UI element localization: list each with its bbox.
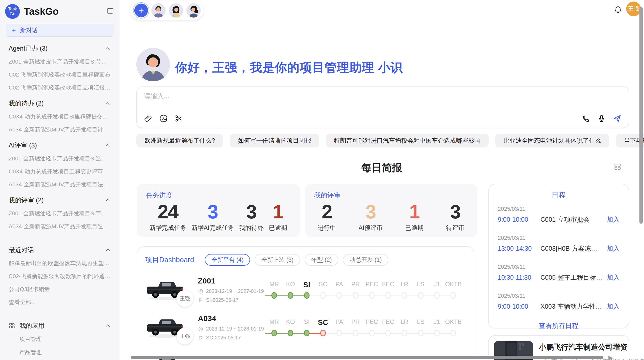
chat-input[interactable] <box>144 92 622 100</box>
new-chat-button[interactable]: ＋ 新对话 <box>6 24 114 37</box>
agent-avatar[interactable] <box>186 3 201 18</box>
dashboard-filter-chip[interactable]: 全新平台 (4) <box>205 254 250 266</box>
project-flag: SC-2025-05-17 <box>198 335 266 341</box>
schedule-panel: 日程 2025/03/119:00-10:00C001-立项审批会加入2025/… <box>488 184 629 328</box>
chevron-up-icon <box>105 197 111 203</box>
stat-value: 1 <box>405 201 423 223</box>
join-meeting-link[interactable]: 加入 <box>607 273 620 282</box>
horizontal-scrollbar[interactable] <box>131 356 603 359</box>
milestone-dot <box>385 330 391 336</box>
milestone-dot <box>288 292 293 299</box>
milestone-label: LS <box>413 318 429 325</box>
sidebar-item[interactable]: Z001-全新燃油轻卡产品开发项目SI节点属性5D文件评审 <box>9 210 111 217</box>
milestone-dot-col <box>429 292 445 299</box>
sidebar-section-header[interactable]: 我的评审 (2) <box>9 196 111 204</box>
collapse-sidebar-icon[interactable] <box>106 7 114 16</box>
milestone-label-col: SI <box>299 281 315 289</box>
microphone-icon[interactable] <box>597 114 606 123</box>
sidebar-item-my-apps[interactable]: 我的应用 <box>9 322 111 330</box>
sidebar-item[interactable]: C0X4-动力总成开发项目SI里程碑提交物检查 <box>9 113 111 121</box>
dashboard-filter-chip[interactable]: 动总开发 (1) <box>343 254 388 266</box>
join-meeting-link[interactable]: 加入 <box>607 244 620 253</box>
dashboard-filter-chip[interactable]: 全新上装 (3) <box>255 254 300 266</box>
schedule-list: 2025/03/119:00-10:00C001-立项审批会加入2025/03/… <box>498 201 620 317</box>
screenshot-scissors-icon[interactable] <box>174 114 183 123</box>
stat-value: 1 <box>269 201 287 223</box>
add-agent-button[interactable]: ＋ <box>134 4 148 17</box>
sidebar-item[interactable]: C02-飞腾新能源轻客改款项目的闭环通告反馈情况 <box>9 273 111 280</box>
sidebar-item[interactable]: 解释最新出台的欧盟报废车法规再生塑料比例被调至15%... <box>9 260 111 267</box>
sidebar-item[interactable]: C02-飞腾新能源轻客改款项目里程碑画布 <box>9 71 111 79</box>
view-all-schedule-link[interactable]: 查看所有日程 <box>498 321 620 330</box>
suggestion-chip[interactable]: 比亚迪全固态电池计划具体说了什么 <box>495 134 609 147</box>
sidebar-item[interactable]: C0X4-动力总成开发项目工程变更评审 <box>9 168 111 175</box>
milestone-dots <box>266 292 466 299</box>
sidebar-item[interactable]: Z001-全新燃油轻卡产品开发项目SI造型提交物评审 <box>9 155 111 162</box>
scroll-down-arrow[interactable]: ▼ <box>608 346 614 352</box>
milestone-dot-col <box>445 292 461 299</box>
schedule-time: 10:30-11:30 <box>498 274 540 281</box>
milestone-dot-col <box>299 330 315 337</box>
send-icon[interactable] <box>612 114 622 123</box>
sidebar-sub-item[interactable]: 产品管理 <box>19 349 111 356</box>
milestone-dot <box>434 330 440 336</box>
milestone-label: LR <box>396 281 413 288</box>
attachment-icon[interactable] <box>144 114 153 123</box>
sidebar-section-header[interactable]: 我的待办 (2) <box>9 99 111 108</box>
milestone-label-col: MR <box>266 281 282 289</box>
suggestion-chip[interactable]: 特朗普可能对进口汽车增税会对中国车企造成哪些影响 <box>326 134 489 147</box>
milestone-timeline: MRKOSISCPAPRPECFECLRLSJ1OKTB <box>266 281 466 299</box>
layout-grid-icon[interactable] <box>613 163 622 172</box>
vertical-scrollbar[interactable] <box>639 7 643 224</box>
milestone-label: SC <box>315 281 331 288</box>
suggestion-chip[interactable]: 欧洲新规最近颁布了什么? <box>136 134 223 147</box>
chevron-up-icon <box>105 323 111 329</box>
image-upload-icon[interactable] <box>159 114 168 123</box>
sidebar-section-header[interactable]: 最近对话 <box>9 246 111 254</box>
milestone-label-col: LS <box>413 281 429 289</box>
sidebar-item[interactable]: A034-全新新能源MUV产品开发项目法规符合性评审 <box>9 181 111 188</box>
sidebar-section-header[interactable]: Agent已办 (3) <box>9 44 111 53</box>
app-logo: Task Go <box>5 4 20 19</box>
sidebar-item[interactable]: A034-全新新能源MUV产品开发项目造型可行性评审 <box>9 223 111 230</box>
agent-avatar[interactable] <box>169 3 183 18</box>
schedule-date: 2025/03/11 <box>498 293 620 299</box>
schedule-row: 13:00-14:30C003|H0B-方案冻结评审加入 <box>498 244 620 253</box>
milestone-label: FEC <box>380 318 396 325</box>
chevron-up-icon <box>105 142 111 148</box>
dashboard-filter-chip[interactable]: 年型 (2) <box>305 254 339 266</box>
stat-value: 24 <box>150 201 186 223</box>
milestone-dot <box>418 292 423 299</box>
sidebar-sub-item[interactable]: 项目管理 <box>19 335 111 343</box>
sidebar-section-header[interactable]: AI评审 (3) <box>9 141 111 149</box>
voice-call-icon[interactable] <box>582 114 591 123</box>
project-date-range: 2023-12-19 ~ 2027-01-19 <box>206 288 264 294</box>
user-avatar[interactable]: 王强 <box>626 2 641 16</box>
sidebar-item[interactable]: A034-全新新能源MUV产品开发项目计划变更表编写 <box>9 126 111 133</box>
user-name: 王强 <box>628 5 639 13</box>
milestone-label-col: J1 <box>429 281 445 289</box>
join-meeting-link[interactable]: 加入 <box>607 215 620 224</box>
milestone-label-col: FEC <box>380 318 396 327</box>
agent-avatar[interactable] <box>151 3 166 18</box>
milestone-label-col: J1 <box>429 318 445 327</box>
agent-avatar-pill: ＋ <box>130 1 204 20</box>
sidebar-item[interactable]: C02-飞腾新能源轻客改款项目立项汇报方案 <box>9 84 111 92</box>
notifications-bell-icon[interactable] <box>613 5 623 15</box>
project-dates: 2023-12-19 ~ 2027-01-19 <box>198 288 266 294</box>
milestone-label: PA <box>331 281 347 288</box>
milestone-dot <box>271 292 277 299</box>
project-dates: 2023-12-19 ~ 2026-01-19 <box>198 326 266 332</box>
logo-line-1: Task <box>8 7 17 11</box>
schedule-event-name: X003-车辆动力学性能验... <box>540 302 603 311</box>
scroll-right-arrow[interactable]: ▶ <box>608 355 613 360</box>
stat-label: 待评审 <box>446 224 464 232</box>
sidebar-item-label: 我的应用 <box>20 322 44 330</box>
sidebar-item[interactable]: 公司Q3轻卡销量 <box>9 286 111 293</box>
sidebar-item[interactable]: 查看全部... <box>9 298 111 306</box>
sidebar-item[interactable]: Z001-全新燃油皮卡产品开发项目SI节点Lesson Learn报告 <box>9 58 111 66</box>
milestone-dot-col <box>331 292 347 299</box>
join-meeting-link[interactable]: 加入 <box>607 302 620 311</box>
suggestion-chip[interactable]: 如何写一份清晰的项目周报 <box>230 134 319 147</box>
app-screen: Task Go TaskGo ＋ 新对话 Agent已办 (3)Z001-全新燃… <box>0 0 644 360</box>
